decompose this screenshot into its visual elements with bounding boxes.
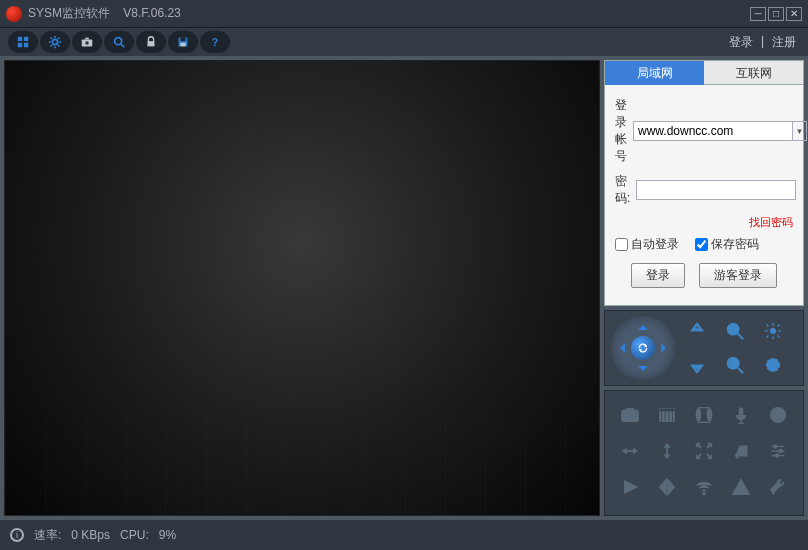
svg-rect-0 <box>18 37 22 41</box>
svg-text:?: ? <box>212 36 218 48</box>
disc-icon[interactable] <box>762 399 795 431</box>
audio-out-icon[interactable] <box>687 399 720 431</box>
svg-point-7 <box>85 41 89 45</box>
save-password-check[interactable]: 保存密码 <box>695 236 759 253</box>
tools-panel <box>604 390 804 516</box>
svg-point-8 <box>115 38 122 45</box>
zoom-plus-icon[interactable]: + <box>683 317 711 345</box>
register-link[interactable]: 注册 <box>768 34 800 51</box>
find-password-link[interactable]: 找回密码 <box>615 215 793 230</box>
speed-label: 速率: <box>34 527 61 544</box>
chevron-down-icon[interactable]: ▼ <box>793 121 807 141</box>
ptz-left[interactable] <box>615 343 625 353</box>
svg-rect-12 <box>180 38 185 42</box>
svg-line-26 <box>778 336 780 338</box>
toolbar-right: 登录 | 注册 <box>725 34 800 51</box>
toolbar-left: ? <box>8 31 230 53</box>
magnify-minus-icon[interactable] <box>721 351 749 379</box>
mirror-icon[interactable] <box>650 471 683 503</box>
horiz-move-icon[interactable] <box>613 435 646 467</box>
info-icon: i <box>10 528 24 542</box>
titlebar-text: SYSM监控软件 V8.F.06.23 <box>28 5 748 22</box>
ptz-up[interactable] <box>638 320 648 330</box>
vert-move-icon[interactable] <box>650 435 683 467</box>
svg-line-25 <box>767 325 769 327</box>
tools-icon[interactable] <box>762 471 795 503</box>
app-version: V8.F.06.23 <box>123 6 180 20</box>
svg-point-4 <box>52 39 57 44</box>
app-name: SYSM监控软件 <box>28 6 110 20</box>
login-panel: 局域网 互联网 登录帐号 ▼ 密 码: 找回密码 <box>604 60 804 306</box>
cpu-label: CPU: <box>120 528 149 542</box>
svg-rect-36 <box>626 409 633 412</box>
main-area: 局域网 互联网 登录帐号 ▼ 密 码: 找回密码 <box>0 56 808 520</box>
search-icon[interactable] <box>104 31 134 53</box>
magnify-plus-icon[interactable] <box>721 317 749 345</box>
svg-point-20 <box>770 328 776 334</box>
account-input[interactable] <box>633 121 793 141</box>
svg-line-31 <box>738 368 744 374</box>
svg-rect-6 <box>85 38 89 40</box>
speed-value: 0 KBps <box>71 528 110 542</box>
help-icon[interactable]: ? <box>200 31 230 53</box>
password-label: 密 码: <box>615 173 630 207</box>
svg-line-17 <box>738 334 744 340</box>
svg-point-51 <box>703 492 706 495</box>
account-combo[interactable]: ▼ <box>633 121 807 141</box>
svg-rect-1 <box>24 37 28 41</box>
maximize-button[interactable]: □ <box>768 7 784 21</box>
wifi-icon[interactable] <box>687 471 720 503</box>
return-icon[interactable] <box>725 435 758 467</box>
save-password-checkbox[interactable] <box>695 238 708 251</box>
video-floor-grid <box>5 415 599 515</box>
guest-login-button[interactable]: 游客登录 <box>699 263 777 288</box>
cpu-value: 9% <box>159 528 176 542</box>
record-icon[interactable] <box>650 399 683 431</box>
titlebar: SYSM监控软件 V8.F.06.23 ─ □ ✕ <box>0 0 808 28</box>
svg-text:+: + <box>695 323 699 332</box>
svg-point-48 <box>774 445 778 449</box>
save-password-label: 保存密码 <box>711 236 759 253</box>
network-tabs: 局域网 互联网 <box>605 61 803 85</box>
toolbar: ? 登录 | 注册 <box>0 28 808 56</box>
mic-icon[interactable] <box>725 399 758 431</box>
camera-icon[interactable] <box>72 31 102 53</box>
tab-lan[interactable]: 局域网 <box>605 61 704 85</box>
auto-login-check[interactable]: 自动登录 <box>615 236 679 253</box>
svg-point-41 <box>777 413 781 417</box>
ptz-wheel <box>611 316 675 380</box>
grid-icon[interactable] <box>8 31 38 53</box>
minimize-button[interactable]: ─ <box>750 7 766 21</box>
sliders-icon[interactable] <box>762 435 795 467</box>
aperture-open-icon[interactable] <box>759 317 787 345</box>
svg-rect-2 <box>18 43 22 47</box>
lock-icon[interactable] <box>136 31 166 53</box>
close-button[interactable]: ✕ <box>786 7 802 21</box>
gear-icon[interactable] <box>40 31 70 53</box>
app-icon <box>6 6 22 22</box>
ptz-down[interactable] <box>638 366 648 376</box>
video-viewport[interactable] <box>4 60 600 516</box>
ptz-right[interactable] <box>661 343 671 353</box>
tab-wan[interactable]: 互联网 <box>704 61 803 85</box>
svg-rect-3 <box>24 43 28 47</box>
play-icon[interactable] <box>613 471 646 503</box>
link-separator: | <box>761 34 764 51</box>
snapshot-icon[interactable] <box>613 399 646 431</box>
alert-icon[interactable] <box>725 471 758 503</box>
ptz-sync[interactable] <box>631 336 655 360</box>
svg-line-28 <box>778 325 780 327</box>
login-link[interactable]: 登录 <box>725 34 757 51</box>
save-icon[interactable] <box>168 31 198 53</box>
side-panel: 局域网 互联网 登录帐号 ▼ 密 码: 找回密码 <box>604 60 804 516</box>
expand-icon[interactable] <box>687 435 720 467</box>
password-input[interactable] <box>636 180 796 200</box>
svg-point-33 <box>767 359 780 372</box>
svg-rect-10 <box>148 41 155 46</box>
aperture-close-icon[interactable] <box>759 351 787 379</box>
zoom-minus-icon[interactable]: - <box>683 351 711 379</box>
login-button[interactable]: 登录 <box>631 263 685 288</box>
svg-rect-13 <box>180 43 185 47</box>
auto-login-checkbox[interactable] <box>615 238 628 251</box>
auto-login-label: 自动登录 <box>631 236 679 253</box>
